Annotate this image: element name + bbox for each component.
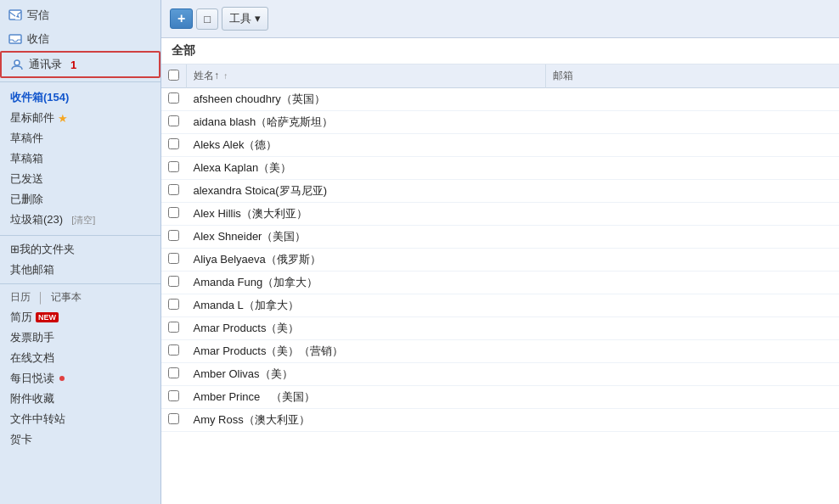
select-all-checkbox[interactable] (168, 70, 179, 81)
square-button[interactable]: □ (196, 8, 218, 30)
other-mail-label: 其他邮箱 (10, 262, 54, 277)
resume-item[interactable]: 简历 NEW (0, 307, 160, 328)
contacts-list-area: 姓名↑ ↑ 邮箱 afsheen choudhry（英国）aidana blas… (161, 64, 839, 504)
contact-checkbox-11[interactable] (168, 344, 179, 356)
table-row[interactable]: Amber Prince （美国） (161, 386, 839, 409)
contact-checkbox-12[interactable] (168, 367, 179, 378)
contact-email-10 (546, 317, 839, 340)
contact-checkbox-6[interactable] (168, 230, 179, 241)
docs-item[interactable]: 在线文档 (0, 348, 160, 368)
contact-name-12: Amber Olivas（美） (187, 363, 546, 386)
col-checkbox-header (161, 64, 187, 88)
tools-button[interactable]: 工具 ▾ (222, 7, 268, 31)
clear-junk-link[interactable]: [清空] (71, 214, 95, 227)
contact-checkbox-10[interactable] (168, 322, 179, 333)
contact-email-11 (546, 340, 839, 363)
attachments-item[interactable]: 附件收藏 (0, 389, 160, 409)
contact-checkbox-14[interactable] (168, 413, 179, 424)
starred-folder[interactable]: 星标邮件 ★ (0, 108, 160, 128)
table-row[interactable]: Alex Shneider（美国） (161, 226, 839, 249)
drafts-folder[interactable]: 草稿件 (0, 128, 160, 148)
inbox-folder[interactable]: 收件箱(154) (0, 87, 160, 108)
drafts-label: 草稿件 (10, 131, 43, 146)
daily-item[interactable]: 每日悦读 (0, 368, 160, 389)
table-row[interactable]: aidana blash（哈萨克斯坦） (161, 111, 839, 134)
contact-checkbox-8[interactable] (168, 276, 179, 287)
trash-folder[interactable]: 草稿箱 (0, 148, 160, 169)
table-row[interactable]: Amar Products（美）（营销） (161, 340, 839, 363)
table-row[interactable]: Amber Olivas（美） (161, 363, 839, 386)
table-row[interactable]: Aliya Belyaeva（俄罗斯） (161, 249, 839, 272)
sent-folder[interactable]: 已发送 (0, 169, 160, 189)
inbox-count-label: 收件箱(154) (10, 90, 69, 105)
compose-label: 写信 (27, 8, 49, 23)
table-row[interactable]: Amanda Fung（加拿大） (161, 272, 839, 294)
transfer-label: 文件中转站 (10, 412, 65, 427)
contact-checkbox-1[interactable] (168, 115, 179, 126)
contacts-toolbar: + □ 工具 ▾ (161, 0, 839, 38)
table-row[interactable]: Aleks Alek（德） (161, 134, 839, 157)
section-title: 全部 (161, 38, 839, 64)
contact-checkbox-2[interactable] (168, 138, 179, 149)
compose-nav-item[interactable]: 写信 (0, 3, 160, 27)
sent-label: 已发送 (10, 171, 43, 187)
table-row[interactable]: Alexa Kaplan（美） (161, 157, 839, 180)
sidebar: 写信 收信 通讯录 1 收件箱(154) (0, 0, 161, 504)
add-icon: + (177, 11, 185, 26)
table-header-row: 姓名↑ ↑ 邮箱 (161, 64, 839, 88)
contact-email-9 (546, 294, 839, 317)
attachments-label: 附件收藏 (10, 391, 54, 406)
transfer-item[interactable]: 文件中转站 (0, 409, 160, 429)
table-row[interactable]: Alex Hillis（澳大利亚） (161, 203, 839, 226)
inbox-nav-item[interactable]: 收信 (0, 27, 160, 51)
contact-checkbox-0[interactable] (168, 92, 179, 104)
tools-divider: │ (37, 292, 44, 304)
notes-label: 记事本 (51, 290, 82, 305)
contact-email-4 (546, 180, 839, 203)
contact-name-10: Amar Products（美） (187, 317, 546, 340)
contact-checkbox-4[interactable] (168, 184, 179, 195)
contact-email-6 (546, 226, 839, 249)
contact-checkbox-5[interactable] (168, 207, 179, 218)
contact-email-14 (546, 409, 839, 432)
star-icon: ★ (58, 112, 68, 125)
table-row[interactable]: Amy Ross（澳大利亚） (161, 409, 839, 432)
sidebar-divider-2 (0, 235, 160, 236)
my-folders[interactable]: ⊞我的文件夹 (0, 239, 160, 260)
contact-name-14: Amy Ross（澳大利亚） (187, 409, 546, 432)
sidebar-divider-1 (0, 81, 160, 82)
col-name-label: 姓名↑ (194, 70, 219, 81)
col-name-header[interactable]: 姓名↑ ↑ (187, 64, 546, 88)
square-icon: □ (204, 13, 211, 25)
table-row[interactable]: Amar Products（美） (161, 317, 839, 340)
contacts-tbody: afsheen choudhry（英国）aidana blash（哈萨克斯坦）A… (161, 88, 839, 432)
sidebar-divider-3 (0, 283, 160, 284)
resume-label: 简历 (10, 310, 32, 325)
career-item[interactable]: 发票助手 (0, 328, 160, 348)
svg-point-3 (14, 60, 20, 65)
card-item[interactable]: 贺卡 (0, 429, 160, 450)
tools-label: 工具 ▾ (229, 11, 261, 26)
table-row[interactable]: alexandra Stoica(罗马尼亚) (161, 180, 839, 203)
resume-badge: NEW (36, 312, 59, 322)
contact-name-11: Amar Products（美）（营销） (187, 340, 546, 363)
table-row[interactable]: Amanda L（加拿大） (161, 294, 839, 317)
contact-name-6: Alex Shneider（美国） (187, 226, 546, 249)
contact-checkbox-7[interactable] (168, 253, 179, 264)
contact-email-0 (546, 88, 839, 111)
contact-checkbox-9[interactable] (168, 299, 179, 310)
other-mail[interactable]: 其他邮箱 (0, 260, 160, 280)
contact-name-5: Alex Hillis（澳大利亚） (187, 203, 546, 226)
contact-email-3 (546, 157, 839, 180)
inbox-icon (8, 32, 22, 46)
col-email-header[interactable]: 邮箱 (546, 64, 839, 88)
contact-checkbox-13[interactable] (168, 390, 179, 401)
add-contact-button[interactable]: + (170, 8, 193, 29)
junk-folder[interactable]: 垃圾箱(23) [清空] (0, 210, 160, 230)
contacts-nav-item[interactable]: 通讯录 1 (0, 51, 160, 78)
deleted-folder[interactable]: 已删除 (0, 189, 160, 210)
table-row[interactable]: afsheen choudhry（英国） (161, 88, 839, 111)
contact-checkbox-3[interactable] (168, 161, 179, 172)
contact-email-13 (546, 386, 839, 409)
daily-dot (59, 376, 65, 381)
